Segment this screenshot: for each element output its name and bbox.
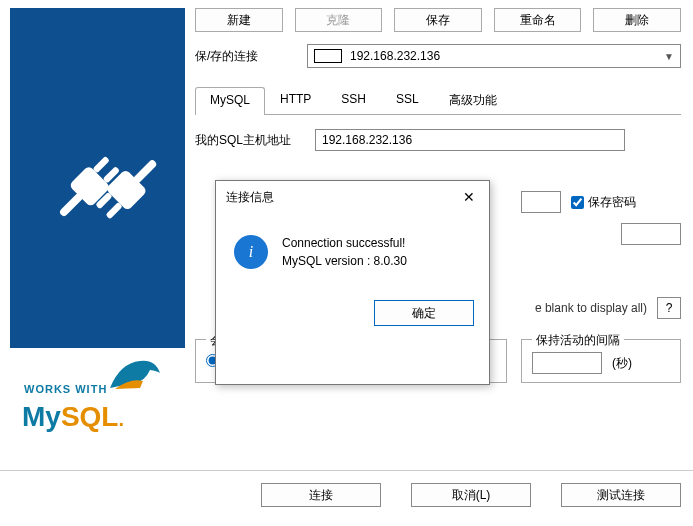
help-button[interactable]: ? xyxy=(657,297,681,319)
conn-color-swatch xyxy=(314,49,342,63)
dialog-title: 连接信息 xyxy=(226,189,274,206)
works-with-text: WORKS WITH xyxy=(24,383,107,395)
dialog-message: Connection successful! MySQL version : 8… xyxy=(282,234,407,270)
save-password-checkbox[interactable]: 保存密码 xyxy=(571,194,681,211)
saved-conn-label: 保/存的连接 xyxy=(195,48,295,65)
tab-ssh[interactable]: SSH xyxy=(326,86,381,114)
svg-rect-7 xyxy=(132,159,158,185)
bottom-bar: 连接 取消(L) 测试连接 xyxy=(0,470,693,519)
tabs-bar: MySQL HTTP SSH SSL 高级功能 xyxy=(195,86,681,115)
keep-alive-unit: (秒) xyxy=(612,355,632,372)
tab-http[interactable]: HTTP xyxy=(265,86,326,114)
tab-advanced[interactable]: 高级功能 xyxy=(434,86,512,114)
host-label: 我的SQL主机地址 xyxy=(195,132,305,149)
db-hint-text: e blank to display all) xyxy=(535,301,647,315)
keep-alive-title: 保持活动的间隔 xyxy=(532,332,624,349)
svg-rect-3 xyxy=(58,192,84,218)
obscured-input-2[interactable] xyxy=(621,223,681,245)
connect-button[interactable]: 连接 xyxy=(261,483,381,507)
save-password-box[interactable] xyxy=(571,196,584,209)
keep-alive-fieldset: 保持活动的间隔 (秒) xyxy=(521,339,681,383)
delete-button[interactable]: 删除 xyxy=(593,8,681,32)
info-icon: i xyxy=(234,235,268,269)
plug-graphic xyxy=(10,8,185,348)
tab-mysql[interactable]: MySQL xyxy=(195,87,265,115)
new-button[interactable]: 新建 xyxy=(195,8,283,32)
svg-rect-1 xyxy=(92,156,109,173)
tab-ssl[interactable]: SSL xyxy=(381,86,434,114)
saved-conn-value: 192.168.232.136 xyxy=(350,49,440,63)
sidebar-logo-panel: WORKS WITH MySQL. xyxy=(0,0,195,470)
obscured-input-1[interactable] xyxy=(521,191,561,213)
keep-alive-input[interactable] xyxy=(532,352,602,374)
saved-conn-select[interactable]: 192.168.232.136 ▼ xyxy=(307,44,681,68)
connection-info-dialog: 连接信息 ✕ i Connection successful! MySQL ve… xyxy=(215,180,490,385)
clone-button[interactable]: 克隆 xyxy=(295,8,383,32)
ok-button[interactable]: 确定 xyxy=(374,300,474,326)
mysql-logo: WORKS WITH MySQL. xyxy=(10,348,185,443)
svg-rect-6 xyxy=(105,202,122,219)
rename-button[interactable]: 重命名 xyxy=(494,8,582,32)
test-connection-button[interactable]: 测试连接 xyxy=(561,483,681,507)
mysql-text: MySQL. xyxy=(22,401,124,433)
host-input[interactable] xyxy=(315,129,625,151)
chevron-down-icon: ▼ xyxy=(664,51,674,62)
close-icon[interactable]: ✕ xyxy=(459,189,479,206)
cancel-button[interactable]: 取消(L) xyxy=(411,483,531,507)
dolphin-icon xyxy=(105,353,165,393)
save-button[interactable]: 保存 xyxy=(394,8,482,32)
